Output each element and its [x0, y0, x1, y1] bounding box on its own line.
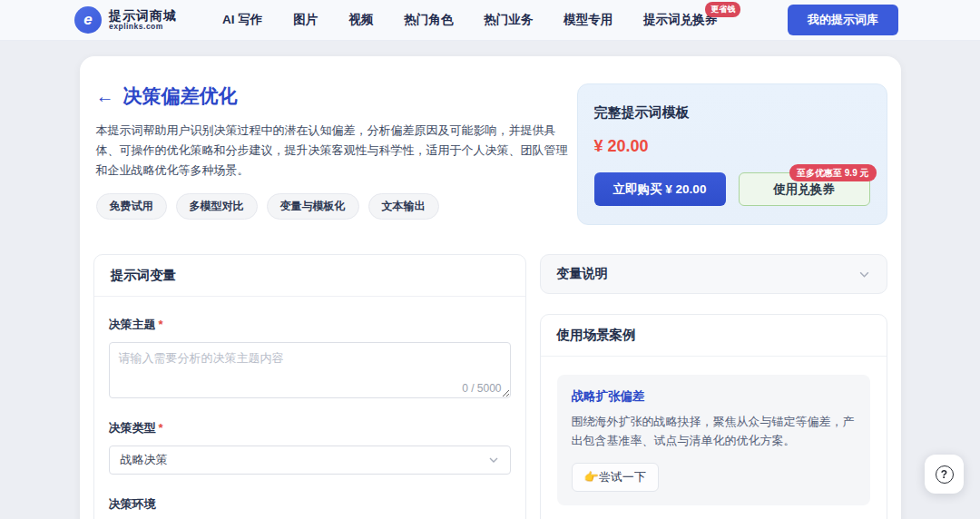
help-button[interactable]: ?: [925, 455, 964, 494]
type-label: 决策类型*: [109, 420, 511, 436]
try-it-button[interactable]: 👉尝试一下: [572, 463, 659, 492]
purchase-price: ¥ 20.00: [594, 137, 870, 156]
decision-type-value: 战略决策: [121, 452, 168, 468]
nav-item-model-specific[interactable]: 模型专用: [564, 12, 612, 28]
use-cases-title: 使用场景案例: [541, 315, 887, 357]
nav-item-video[interactable]: 视频: [348, 12, 373, 28]
nav-item-popular-roles[interactable]: 热门角色: [404, 12, 453, 28]
back-arrow-icon[interactable]: ←: [96, 87, 114, 105]
use-case-item: 战略扩张偏差 围绕海外扩张的战略抉择，聚焦从众与锚定等偏差，产出包含基准率、试点…: [557, 375, 870, 505]
decision-type-select[interactable]: 战略决策: [109, 446, 511, 475]
brand-name: 提示词商城: [109, 9, 177, 23]
env-label: 决策环境: [109, 496, 511, 513]
nav-item-popular-business[interactable]: 热门业务: [484, 12, 533, 28]
variables-explain-collapse[interactable]: 变量说明: [540, 254, 887, 294]
nav-item-voucher[interactable]: 提示词兑换券 更省钱: [643, 12, 717, 28]
brand-logo[interactable]: e 提示词商城 explinks.com: [74, 6, 177, 34]
nav-item-images[interactable]: 图片: [293, 12, 318, 28]
main-content-card: ← 决策偏差优化 本提示词帮助用户识别决策过程中的潜在认知偏差，分析偏差原因及可…: [80, 56, 901, 519]
save-money-badge: 更省钱: [705, 2, 740, 17]
feature-tags: 免费试用 多模型对比 变量与模板化 文本输出: [96, 193, 568, 220]
use-cases-panel: 使用场景案例 战略扩张偏差 围绕海外扩张的战略抉择，聚焦从众与锚定等偏差，产出包…: [540, 314, 887, 519]
chevron-down-icon: [858, 269, 870, 280]
my-prompt-library-button[interactable]: 我的提示词库: [788, 5, 898, 35]
topic-label: 决策主题*: [109, 317, 511, 333]
voucher-discount-badge: 至多优惠至 9.9 元: [789, 164, 876, 181]
nav-item-ai-writing[interactable]: AI 写作: [222, 12, 262, 28]
brand-logo-icon: e: [74, 6, 102, 34]
tag-text-output: 文本输出: [368, 193, 439, 220]
brand-text: 提示词商城 explinks.com: [109, 9, 177, 32]
tag-multi-model: 多模型对比: [176, 193, 258, 220]
prompt-intro: ← 决策偏差优化 本提示词帮助用户识别决策过程中的潜在认知偏差，分析偏差原因及可…: [96, 83, 568, 220]
topic-textarea[interactable]: [109, 342, 511, 398]
prompt-variables-title: 提示词变量: [94, 255, 525, 297]
use-case-title: 战略扩张偏差: [572, 388, 856, 405]
question-mark-icon: ?: [936, 465, 954, 484]
purchase-title: 完整提示词模板: [594, 104, 870, 122]
prompt-variables-panel: 提示词变量 决策主题* 0 / 5000 决策类型* 战略决策: [93, 254, 526, 519]
tag-variables-template: 变量与模板化: [267, 193, 359, 220]
type-label-text: 决策类型: [109, 421, 156, 435]
use-case-description: 围绕海外扩张的战略抉择，聚焦从众与锚定等偏差，产出包含基准率、试点与清单化的优化…: [572, 413, 856, 451]
variables-explain-title: 变量说明: [557, 266, 608, 282]
purchase-card: 完整提示词模板 ¥ 20.00 立即购买 ¥ 20.00 使用兑换券 至多优惠至…: [577, 83, 887, 225]
brand-domain: explinks.com: [109, 23, 177, 31]
prompt-description: 本提示词帮助用户识别决策过程中的潜在认知偏差，分析偏差原因及可能影响，并提供具体…: [96, 121, 568, 181]
top-navbar: e 提示词商城 explinks.com AI 写作 图片 视频 热门角色 热门…: [0, 0, 980, 41]
page-title: 决策偏差优化: [123, 83, 238, 109]
tag-free-trial: 免费试用: [96, 193, 167, 220]
topic-label-text: 决策主题: [109, 318, 156, 331]
required-asterisk: *: [159, 421, 163, 435]
required-asterisk: *: [159, 318, 163, 331]
buy-now-button[interactable]: 立即购买 ¥ 20.00: [594, 172, 726, 206]
chevron-down-icon: [488, 455, 499, 465]
main-nav: AI 写作 图片 视频 热门角色 热门业务 模型专用 提示词兑换券 更省钱: [222, 12, 717, 28]
